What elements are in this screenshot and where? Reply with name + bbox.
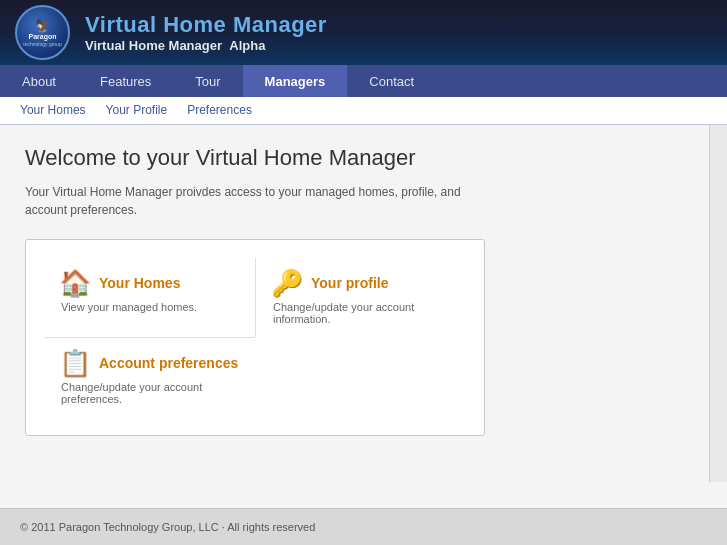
preferences-icon: 📋 (59, 350, 91, 376)
app-title: Virtual Home Manager (85, 12, 712, 38)
subtitle-text: Virtual Home Manager (85, 38, 222, 53)
nav-tour[interactable]: Tour (173, 65, 242, 97)
page-heading: Welcome to your Virtual Home Manager (25, 145, 684, 171)
subnav-preferences[interactable]: Preferences (177, 97, 262, 124)
sub-nav: Your Homes Your Profile Preferences (0, 97, 727, 125)
card-your-homes[interactable]: 🏠 Your Homes View your managed homes. (44, 258, 255, 337)
nav-contact[interactable]: Contact (347, 65, 436, 97)
header: 🦅 Paragon technology group Virtual Home … (0, 0, 727, 65)
subnav-your-homes[interactable]: Your Homes (10, 97, 96, 124)
homes-title: Your Homes (99, 275, 180, 291)
card-your-profile[interactable]: 🔑 Your profile Change/update your accoun… (255, 258, 466, 337)
profile-title: Your profile (311, 275, 389, 291)
header-text: Virtual Home Manager Virtual Home Manage… (85, 12, 712, 53)
card-account-preferences[interactable]: 📋 Account preferences Change/update your… (44, 337, 255, 417)
card-account-top: 📋 Account preferences (59, 350, 240, 376)
preferences-title: Account preferences (99, 355, 238, 371)
logo-bird-icon: 🦅 (35, 18, 51, 33)
nav-about[interactable]: About (0, 65, 78, 97)
main-content: Welcome to your Virtual Home Manager You… (0, 125, 709, 482)
footer: © 2011 Paragon Technology Group, LLC · A… (0, 508, 727, 545)
page-description: Your Virtual Home Manager proivdes acces… (25, 183, 505, 219)
logo-top-text: Paragon (28, 33, 56, 41)
footer-text: © 2011 Paragon Technology Group, LLC · A… (20, 521, 315, 533)
card-your-homes-top: 🏠 Your Homes (59, 270, 240, 296)
spacer (0, 482, 727, 508)
preferences-desc: Change/update your account preferences. (59, 381, 240, 405)
subnav-your-profile[interactable]: Your Profile (96, 97, 178, 124)
logo-bottom-text: technology group (23, 41, 61, 47)
cards-container: 🏠 Your Homes View your managed homes. 🔑 … (25, 239, 485, 436)
app-subtitle: Virtual Home Manager Alpha (85, 38, 712, 53)
profile-desc: Change/update your account information. (271, 301, 451, 325)
main-nav: About Features Tour Managers Contact (0, 65, 727, 97)
subtitle-version: Alpha (229, 38, 265, 53)
content-area: Welcome to your Virtual Home Manager You… (0, 125, 727, 482)
homes-icon: 🏠 (59, 270, 91, 296)
logo: 🦅 Paragon technology group (15, 5, 70, 60)
homes-desc: View your managed homes. (59, 301, 240, 313)
profile-icon: 🔑 (271, 270, 303, 296)
nav-features[interactable]: Features (78, 65, 173, 97)
card-your-profile-top: 🔑 Your profile (271, 270, 451, 296)
nav-managers[interactable]: Managers (243, 65, 348, 97)
sidebar (709, 125, 727, 482)
